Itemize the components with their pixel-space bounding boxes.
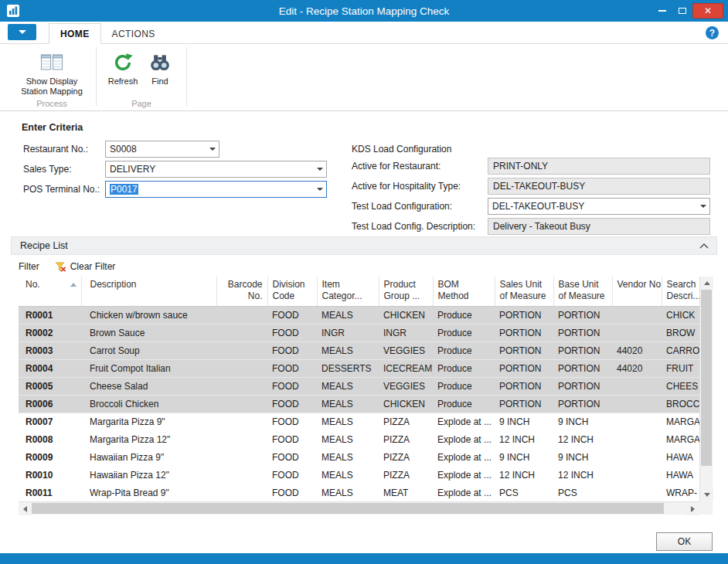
refresh-button[interactable]: Refresh	[104, 47, 141, 88]
clear-filter-label: Clear Filter	[70, 261, 116, 272]
scroll-left-button[interactable]	[19, 502, 32, 515]
test-load-configuration-dropdown[interactable]	[696, 199, 709, 214]
button-label: Station Mapping	[21, 87, 83, 97]
kds-load-configuration-heading: KDS Load Configuration	[352, 144, 451, 155]
status-strip	[0, 553, 728, 564]
tab-actions[interactable]: ACTIONS	[101, 24, 166, 43]
sales-type-dropdown[interactable]	[313, 161, 326, 177]
maximize-button[interactable]	[672, 3, 692, 19]
test-load-desc-field: Delivery - Takeout Busy	[488, 218, 710, 235]
column-header-no[interactable]: No.	[19, 277, 81, 306]
help-button[interactable]: ?	[706, 26, 719, 39]
ribbon-group-page: Refresh Find Page	[97, 44, 186, 110]
sales-type-label: Sales Type:	[23, 161, 71, 178]
column-header-item-category[interactable]: ItemCategor...	[317, 277, 379, 306]
help-icon: ?	[709, 28, 715, 39]
ribbon-group-process: Show Display Station Mapping Process	[8, 44, 96, 110]
table-row[interactable]: R0008 Margarita Pizza 12" FOOD MEALS PIZ…	[19, 430, 699, 448]
sort-ascending-icon	[70, 283, 77, 287]
horizontal-scroll-thumb[interactable]	[32, 503, 664, 514]
close-button[interactable]: ✕	[692, 3, 723, 19]
chevron-down-icon	[317, 168, 323, 171]
column-header-base-uom[interactable]: Base Unitof Measure	[553, 277, 612, 306]
pos-terminal-combo[interactable]: P0017	[105, 181, 327, 198]
table-row[interactable]: R0006 Broccoli Chicken FOOD MEALS CHICKE…	[19, 395, 699, 413]
ok-button[interactable]: OK	[656, 532, 713, 551]
recipe-table-body: R0001 Chicken w/brown sauce FOOD MEALS C…	[19, 306, 699, 501]
table-row[interactable]: R0001 Chicken w/brown sauce FOOD MEALS C…	[19, 306, 699, 324]
column-header-barcode[interactable]: BarcodeNo.	[216, 277, 267, 306]
group-label-process: Process	[8, 99, 96, 108]
clear-filter-icon	[55, 261, 66, 273]
column-header-vendor-no[interactable]: Vendor No.	[612, 277, 662, 306]
active-hospitality-field: DEL-TAKEOUT-BUSY	[488, 178, 710, 195]
ribbon-separator	[186, 47, 187, 106]
active-restaurant-field: PRINT-ONLY	[488, 158, 710, 175]
group-label-page: Page	[97, 99, 186, 108]
window-title: Edit - Recipe Station Mapping Check	[0, 5, 728, 17]
chevron-down-icon	[700, 205, 706, 208]
column-header-product-group[interactable]: ProductGroup ...	[379, 277, 433, 306]
tab-home[interactable]: HOME	[49, 23, 101, 44]
minimize-button[interactable]	[652, 3, 672, 19]
pos-terminal-dropdown[interactable]	[313, 182, 326, 197]
chevron-down-icon	[19, 30, 26, 34]
enter-criteria-heading: Enter Criteria	[22, 122, 83, 133]
horizontal-scrollbar[interactable]	[19, 501, 699, 515]
test-load-configuration-value: DEL-TAKEOUT-BUSY	[488, 201, 696, 212]
app-menu-button[interactable]	[8, 24, 36, 40]
filter-bar: Filter Clear Filter	[19, 258, 115, 275]
recipe-table: No. Description BarcodeNo. DivisionCode	[19, 277, 713, 515]
restaurant-no-dropdown[interactable]	[206, 141, 219, 157]
ribbon: Show Display Station Mapping Process Ref…	[0, 44, 728, 111]
test-load-configuration-label: Test Load Configuration:	[352, 198, 452, 215]
sales-type-combo[interactable]: DELIVERY	[105, 161, 327, 178]
arrow-left-icon	[23, 506, 27, 512]
find-button[interactable]: Find	[141, 47, 179, 88]
column-header-sales-uom[interactable]: Sales Unitof Measure	[495, 277, 553, 306]
table-header-row: No. Description BarcodeNo. DivisionCode	[19, 277, 699, 306]
button-label: Refresh	[108, 76, 138, 87]
scroll-up-button[interactable]	[700, 277, 713, 290]
chevron-down-icon	[317, 188, 323, 191]
restaurant-no-value: S0008	[106, 144, 206, 155]
pos-terminal-value: P0017	[106, 184, 313, 195]
column-header-description[interactable]: Description	[81, 277, 216, 306]
scrollbar-corner	[699, 501, 713, 515]
table-row[interactable]: R0002 Brown Sauce FOOD INGR INGR Produce…	[19, 324, 699, 341]
minimize-icon	[658, 10, 666, 12]
column-header-bom-method[interactable]: BOMMethod	[433, 277, 495, 306]
test-load-configuration-combo[interactable]: DEL-TAKEOUT-BUSY	[488, 198, 710, 215]
recipe-list-section-header[interactable]: Recipe List	[11, 236, 717, 255]
vertical-scrollbar[interactable]	[699, 277, 713, 501]
button-label: Show Display	[26, 76, 78, 87]
test-load-desc-value: Delivery - Takeout Busy	[493, 221, 590, 232]
chevron-down-icon	[209, 148, 216, 151]
arrow-right-icon	[691, 506, 695, 512]
scroll-down-button[interactable]	[700, 488, 713, 501]
active-restaurant-value: PRINT-ONLY	[493, 161, 548, 172]
table-row[interactable]: R0011 Wrap-Pita Bread 9" FOOD MEALS MEAT…	[19, 484, 699, 501]
table-row[interactable]: R0004 Fruit Compot Italian FOOD DESSERTS…	[19, 359, 699, 377]
vertical-scroll-thumb[interactable]	[701, 290, 712, 466]
sales-type-value: DELIVERY	[106, 164, 313, 175]
arrow-up-icon	[704, 281, 710, 285]
scroll-right-button[interactable]	[686, 502, 699, 515]
recipe-station-mapping-window: Edit - Recipe Station Mapping Check ✕ HO…	[0, 0, 728, 564]
show-display-station-mapping-button[interactable]: Show Display Station Mapping	[15, 47, 88, 98]
collapse-section-button[interactable]	[699, 243, 709, 249]
table-row[interactable]: R0005 Cheese Salad FOOD MEALS VEGGIES Pr…	[19, 377, 699, 395]
table-row[interactable]: R0007 Margarita Pizza 9" FOOD MEALS PIZZ…	[19, 413, 699, 430]
pos-terminal-label: POS Terminal No.:	[23, 181, 100, 198]
clear-filter-button[interactable]: Clear Filter	[55, 261, 116, 273]
chevron-up-icon	[699, 243, 709, 249]
table-row[interactable]: R0009 Hawaiian Pizza 9" FOOD MEALS PIZZA…	[19, 448, 699, 466]
active-restaurant-label: Active for Restaurant:	[352, 158, 441, 175]
restaurant-no-combo[interactable]: S0008	[105, 141, 219, 158]
page-body: Enter Criteria Restaurant No.: S0008 Sal…	[0, 111, 728, 553]
column-header-search-description[interactable]: SearchDescri...	[662, 277, 699, 306]
table-row[interactable]: R0010 Hawaiian Pizza 12" FOOD MEALS PIZZ…	[19, 466, 699, 484]
table-row[interactable]: R0003 Carrot Soup FOOD MEALS VEGGIES Pro…	[19, 341, 699, 359]
active-hospitality-label: Active for Hospitality Type:	[352, 178, 461, 195]
column-header-division[interactable]: DivisionCode	[267, 277, 317, 306]
